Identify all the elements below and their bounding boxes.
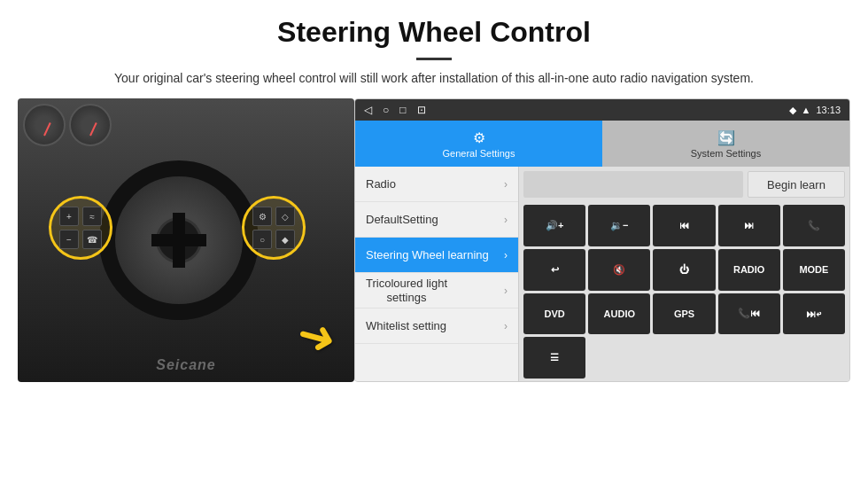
btn-plus: + <box>59 207 79 226</box>
screenshot-icon[interactable]: ⊡ <box>417 104 426 116</box>
empty-cell-4 <box>783 337 845 379</box>
menu-item-default[interactable]: DefaultSetting › <box>355 202 518 238</box>
signal-icon: ▲ <box>802 105 811 115</box>
gps-button[interactable]: GPS <box>653 293 715 335</box>
empty-area <box>523 171 743 198</box>
control-top-row: Begin learn <box>519 167 849 202</box>
dashboard-bg <box>23 104 120 148</box>
menu-label-default: DefaultSetting <box>366 213 438 226</box>
tab-general-label: General Settings <box>443 148 515 159</box>
menu-item-steering[interactable]: Steering Wheel learning › <box>355 238 518 273</box>
system-settings-icon: 🔄 <box>717 129 735 146</box>
menu-panel: Radio › DefaultSetting › Steering Wheel … <box>355 167 519 381</box>
arrow-indicator: ➜ <box>291 305 343 366</box>
tab-system-label: System Settings <box>691 148 761 159</box>
begin-learn-button[interactable]: Begin learn <box>748 171 845 198</box>
empty-cell-1 <box>588 337 650 379</box>
menu-icon-button[interactable]: ☰ <box>523 337 585 379</box>
watermark: Seicane <box>156 357 215 373</box>
gauge-left <box>23 104 66 146</box>
general-settings-icon: ⚙ <box>473 129 485 146</box>
device-screen: ◁ ○ □ ⊡ ◆ ▲ 13:13 ⚙ General Settings 🔄 S… <box>354 98 850 382</box>
dvd-button[interactable]: DVD <box>523 293 585 335</box>
mute-button[interactable]: 🔇 <box>588 249 650 291</box>
title-divider <box>416 58 452 60</box>
btn-diamond: ◇ <box>275 207 295 226</box>
tab-general-settings[interactable]: ⚙ General Settings <box>355 121 602 167</box>
home-icon[interactable]: ○ <box>383 104 389 116</box>
menu-label-tricoloured: Tricoloured lightsettings <box>366 277 447 304</box>
audio-button[interactable]: AUDIO <box>588 293 650 335</box>
tab-system-settings[interactable]: 🔄 System Settings <box>602 121 849 167</box>
menu-label-whitelist: Whitelist setting <box>366 319 446 332</box>
btn-settings: ⚙ <box>252 207 272 226</box>
chevron-whitelist: › <box>504 320 508 332</box>
power-button[interactable]: ⏻ <box>653 249 715 291</box>
next-track-button[interactable]: ⏭ <box>718 205 780 246</box>
left-button-cluster: + ≈ − ☎ <box>49 196 112 260</box>
time-display: 13:13 <box>816 105 841 115</box>
phone-button[interactable]: 📞 <box>783 205 845 246</box>
vol-down-button[interactable]: 🔉− <box>588 205 650 246</box>
btn-call: ☎ <box>82 230 102 249</box>
menu-item-whitelist[interactable]: Whitelist setting › <box>355 308 518 344</box>
btn-minus: − <box>59 230 79 249</box>
menu-item-radio[interactable]: Radio › <box>355 167 518 202</box>
btn-mode: ≈ <box>82 207 102 226</box>
radio-button[interactable]: RADIO <box>718 249 780 291</box>
menu-label-radio: Radio <box>366 177 396 191</box>
nav-icons: ◁ ○ □ ⊡ <box>364 104 426 116</box>
back-icon[interactable]: ◁ <box>364 104 372 116</box>
recents-icon[interactable]: □ <box>399 104 406 116</box>
chevron-radio: › <box>504 178 508 191</box>
main-content: + ≈ − ☎ ⚙ ◇ ○ ◆ ➜ Seicane ◁ ○ □ ⊡ ◆ <box>18 98 850 418</box>
menu-item-tricoloured[interactable]: Tricoloured lightsettings › <box>355 273 518 308</box>
chevron-default: › <box>504 214 508 226</box>
steering-wheel <box>99 160 259 320</box>
screen-content: Radio › DefaultSetting › Steering Wheel … <box>355 167 849 381</box>
control-grid: 🔊+ 🔉− ⏮ ⏭ 📞 ↩ 🔇 ⏻ RADIO MODE DVD AUDIO G… <box>519 202 849 381</box>
menu-label-steering: Steering Wheel learning <box>366 248 489 262</box>
empty-cell-2 <box>653 337 715 379</box>
status-right: ◆ ▲ 13:13 <box>789 105 841 116</box>
spoke-horizontal <box>151 234 206 246</box>
gauge-right <box>69 104 112 146</box>
skip-button[interactable]: ⏭↩ <box>783 293 845 335</box>
tabs-row: ⚙ General Settings 🔄 System Settings <box>355 121 849 167</box>
wifi-icon: ◆ <box>789 105 796 116</box>
page-title: Steering Wheel Control <box>0 0 868 54</box>
empty-cell-3 <box>718 337 780 379</box>
chevron-tricoloured: › <box>504 285 508 297</box>
android-status-bar: ◁ ○ □ ⊡ ◆ ▲ 13:13 <box>355 99 849 121</box>
phone-prev-button[interactable]: 📞⏮ <box>718 293 780 335</box>
right-button-cluster: ⚙ ◇ ○ ◆ <box>242 196 306 260</box>
control-panel: Begin learn 🔊+ 🔉− ⏮ ⏭ 📞 ↩ 🔇 ⏻ RADIO MODE <box>519 167 849 381</box>
hang-button[interactable]: ↩ <box>523 249 585 291</box>
mode-button[interactable]: MODE <box>783 249 845 291</box>
chevron-steering: › <box>504 249 508 262</box>
subtitle: Your original car's steering wheel contr… <box>0 69 868 98</box>
btn-diamond2: ◆ <box>275 230 295 249</box>
steering-wheel-photo: + ≈ − ☎ ⚙ ◇ ○ ◆ ➜ Seicane <box>18 98 354 382</box>
btn-circle: ○ <box>252 230 272 249</box>
prev-track-button[interactable]: ⏮ <box>653 205 715 246</box>
vol-up-button[interactable]: 🔊+ <box>523 205 585 246</box>
